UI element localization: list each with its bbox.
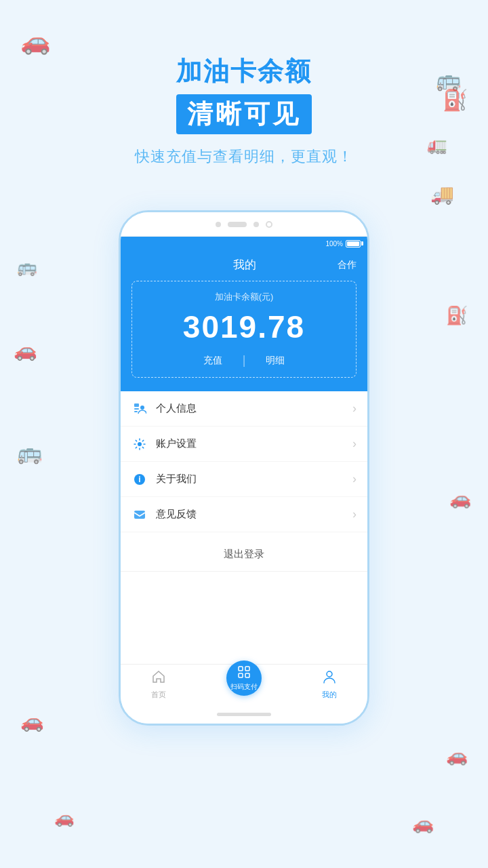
deco-car-4: 🚗 bbox=[449, 488, 471, 509]
deco-gas-1: ⛽ bbox=[446, 305, 468, 326]
svg-point-12 bbox=[327, 671, 332, 677]
menu-item-feedback-label: 意见反馈 bbox=[156, 508, 352, 521]
svg-rect-8 bbox=[239, 667, 243, 671]
svg-rect-9 bbox=[245, 667, 249, 671]
app-nav-row: 我的 合作 bbox=[131, 257, 357, 273]
menu-item-about[interactable]: i 关于我们 › bbox=[121, 462, 367, 497]
app-nav-title: 我的 bbox=[152, 257, 338, 273]
deco-car-7: 🚗 bbox=[54, 808, 75, 827]
deco-bus-1: 🚌 bbox=[17, 441, 42, 465]
phone-frame: 100% 我的 合作 加油卡余额(元) 3019.78 充值 | 明细 bbox=[119, 210, 369, 726]
tab-home-label: 首页 bbox=[151, 690, 166, 700]
balance-card: 加油卡余额(元) 3019.78 充值 | 明细 bbox=[131, 281, 357, 378]
svg-rect-10 bbox=[239, 673, 243, 677]
mine-icon bbox=[322, 669, 337, 688]
header-highlight: 清晰可见 bbox=[176, 94, 312, 134]
deco-car-3: 🚗 bbox=[14, 339, 37, 361]
deco-car-8: 🚗 bbox=[412, 813, 434, 834]
camera-dot bbox=[266, 221, 272, 228]
svg-rect-7 bbox=[134, 511, 145, 519]
home-indicator bbox=[121, 705, 367, 724]
tab-home[interactable]: 首页 bbox=[151, 669, 166, 700]
battery-fill bbox=[347, 241, 359, 246]
arrow-icon: › bbox=[352, 401, 357, 416]
battery-percent: 100% bbox=[325, 240, 343, 248]
menu-item-personal-label: 个人信息 bbox=[156, 402, 352, 415]
app-top-section: 我的 合作 加油卡余额(元) 3019.78 充值 | 明细 bbox=[121, 250, 367, 391]
menu-item-feedback[interactable]: 意见反馈 › bbox=[121, 497, 367, 532]
scan-button[interactable]: 扫码支付 bbox=[226, 660, 262, 696]
arrow-icon-3: › bbox=[352, 472, 357, 486]
menu-item-settings[interactable]: 账户设置 › bbox=[121, 427, 367, 462]
svg-point-4 bbox=[138, 442, 142, 446]
app-content: 100% 我的 合作 加油卡余额(元) 3019.78 充值 | 明细 bbox=[121, 237, 367, 705]
balance-actions: 充值 | 明细 bbox=[143, 353, 345, 368]
header-area: 加油卡余额 清晰可见 快速充值与查看明细，更直观！ bbox=[0, 54, 488, 167]
recharge-button[interactable]: 充值 bbox=[183, 355, 243, 367]
detail-button[interactable]: 明细 bbox=[245, 355, 305, 367]
deco-car-9: 🚌 bbox=[17, 258, 37, 277]
svg-rect-2 bbox=[134, 411, 138, 412]
battery-icon bbox=[346, 240, 361, 248]
tab-bar: 首页 扫码支付 bbox=[121, 664, 367, 705]
logout-button[interactable]: 退出登录 bbox=[121, 538, 367, 572]
menu-item-about-label: 关于我们 bbox=[156, 473, 352, 486]
app-nav-right[interactable]: 合作 bbox=[338, 259, 357, 271]
deco-car-5: 🚗 bbox=[20, 710, 44, 732]
balance-amount: 3019.78 bbox=[143, 309, 345, 345]
scan-icon bbox=[237, 665, 251, 682]
menu-item-personal[interactable]: 个人信息 › bbox=[121, 391, 367, 427]
speaker-bar bbox=[228, 222, 247, 227]
arrow-icon-4: › bbox=[352, 507, 357, 521]
balance-label: 加油卡余额(元) bbox=[143, 291, 345, 303]
header-title: 加油卡余额 bbox=[0, 54, 488, 89]
feedback-icon bbox=[131, 507, 148, 523]
info-icon: i bbox=[131, 471, 148, 488]
tab-mine-label: 我的 bbox=[322, 690, 337, 700]
tab-mine[interactable]: 我的 bbox=[322, 669, 337, 700]
svg-rect-11 bbox=[245, 673, 249, 677]
logout-section: 退出登录 bbox=[121, 538, 367, 572]
header-subtitle: 快速充值与查看明细，更直观！ bbox=[0, 146, 488, 167]
svg-rect-1 bbox=[134, 408, 139, 410]
scan-label: 扫码支付 bbox=[230, 682, 258, 692]
tab-scan[interactable]: 扫码支付 bbox=[226, 674, 262, 696]
svg-text:i: i bbox=[138, 475, 140, 484]
svg-point-3 bbox=[140, 406, 144, 410]
svg-rect-0 bbox=[134, 403, 139, 407]
settings-icon bbox=[131, 436, 148, 452]
arrow-icon-2: › bbox=[352, 437, 357, 451]
home-icon bbox=[151, 669, 166, 688]
phone-sensor-bar bbox=[121, 212, 367, 237]
menu-list: 个人信息 › 账户设置 › i bbox=[121, 391, 367, 664]
status-bar: 100% bbox=[121, 237, 367, 250]
deco-car-1: 🚗 bbox=[20, 27, 51, 56]
sensor-dot bbox=[216, 222, 221, 227]
home-bar bbox=[217, 713, 271, 716]
menu-item-settings-label: 账户设置 bbox=[156, 437, 352, 450]
sensor-dot-2 bbox=[253, 222, 259, 227]
deco-truck-1: 🚚 bbox=[430, 183, 454, 205]
logout-label: 退出登录 bbox=[224, 548, 264, 561]
user-icon bbox=[131, 401, 148, 417]
deco-car-6: 🚗 bbox=[446, 745, 468, 766]
